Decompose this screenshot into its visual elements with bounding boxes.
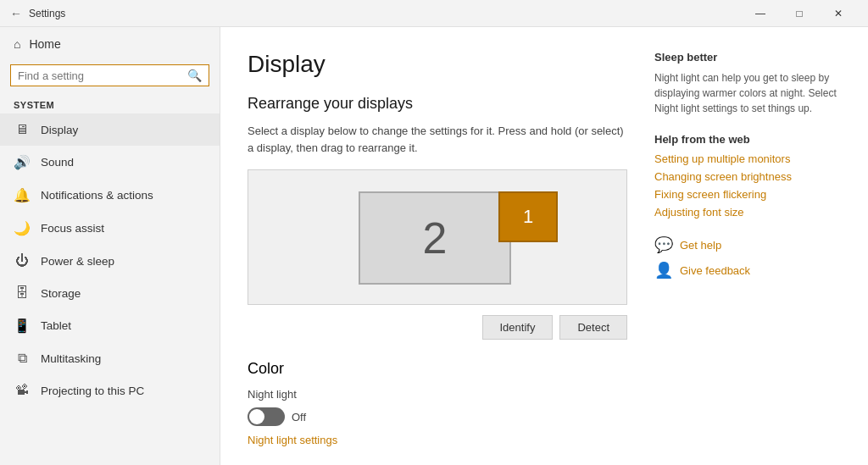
sleep-desc: Night light can help you get to sleep by… bbox=[654, 70, 841, 116]
notifications-icon: 🔔 bbox=[14, 187, 31, 203]
sidebar-item-power[interactable]: ⏻ Power & sleep bbox=[0, 245, 220, 277]
sidebar-item-label: Tablet bbox=[41, 319, 71, 332]
sidebar-item-label: Sound bbox=[41, 156, 74, 169]
sidebar-item-display[interactable]: 🖥 Display bbox=[0, 113, 220, 146]
monitor-2[interactable]: 2 bbox=[359, 191, 511, 285]
minimize-button[interactable]: — bbox=[741, 0, 780, 27]
sidebar-item-label: Notifications & actions bbox=[41, 189, 153, 202]
sidebar-item-focus[interactable]: 🌙 Focus assist bbox=[0, 212, 220, 245]
toggle-state-label: Off bbox=[292, 411, 306, 423]
night-light-toggle[interactable] bbox=[248, 407, 285, 426]
give-feedback-row[interactable]: 👤 Give feedback bbox=[654, 261, 841, 280]
monitor-2-label: 2 bbox=[423, 213, 448, 263]
home-icon: ⌂ bbox=[14, 37, 20, 51]
right-panel: Sleep better Night light can help you ge… bbox=[654, 51, 841, 441]
monitor-1-label: 1 bbox=[523, 206, 533, 228]
sidebar-item-sound[interactable]: 🔊 Sound bbox=[0, 146, 220, 179]
get-help-row[interactable]: 💬 Get help bbox=[654, 235, 841, 254]
link-font-size[interactable]: Adjusting font size bbox=[654, 206, 841, 219]
night-light-label: Night light bbox=[248, 388, 627, 401]
power-icon: ⏻ bbox=[14, 253, 31, 268]
storage-icon: 🗄 bbox=[14, 285, 31, 301]
sidebar-item-label: Projecting to this PC bbox=[41, 385, 144, 397]
toggle-thumb bbox=[249, 409, 264, 424]
search-icon: 🔍 bbox=[187, 69, 202, 82]
back-icon[interactable]: ← bbox=[10, 7, 22, 20]
monitor-1[interactable]: 1 bbox=[498, 191, 558, 242]
sidebar: ⌂ Home 🔍 System 🖥 Display 🔊 Sound 🔔 Noti… bbox=[0, 27, 220, 465]
page-title: Display bbox=[248, 51, 627, 78]
sleep-title: Sleep better bbox=[654, 51, 841, 64]
night-light-settings-link[interactable]: Night light settings bbox=[248, 434, 337, 446]
rearrange-title: Rearrange your displays bbox=[248, 95, 627, 113]
display-arrangement: 2 1 bbox=[248, 169, 627, 305]
night-light-toggle-row: Off bbox=[248, 407, 627, 426]
link-multiple-monitors[interactable]: Setting up multiple monitors bbox=[654, 152, 841, 165]
sidebar-item-label: Display bbox=[41, 124, 78, 136]
sidebar-item-label: Focus assist bbox=[41, 222, 104, 235]
main-content: Display Rearrange your displays Select a… bbox=[248, 51, 627, 441]
give-feedback-icon: 👤 bbox=[654, 261, 673, 280]
maximize-button[interactable]: □ bbox=[780, 0, 819, 27]
multitasking-icon: ⧉ bbox=[14, 351, 31, 366]
sidebar-item-home[interactable]: ⌂ Home bbox=[0, 27, 220, 61]
get-help-icon: 💬 bbox=[654, 235, 673, 254]
web-help-title: Help from the web bbox=[654, 133, 841, 146]
sidebar-item-notifications[interactable]: 🔔 Notifications & actions bbox=[0, 179, 220, 212]
sidebar-item-label: Storage bbox=[41, 287, 81, 300]
content-area: Display Rearrange your displays Select a… bbox=[220, 27, 868, 465]
sound-icon: 🔊 bbox=[14, 154, 31, 170]
link-screen-brightness[interactable]: Changing screen brightness bbox=[654, 170, 841, 183]
search-input[interactable] bbox=[18, 69, 187, 82]
sidebar-item-multitasking[interactable]: ⧉ Multitasking bbox=[0, 342, 220, 374]
titlebar: ← Settings — □ ✕ bbox=[0, 0, 868, 27]
titlebar-title: Settings bbox=[29, 8, 741, 19]
projecting-icon: 📽 bbox=[14, 383, 31, 398]
focus-icon: 🌙 bbox=[14, 220, 31, 236]
sidebar-item-label: Multitasking bbox=[41, 352, 101, 365]
window-controls: — □ ✕ bbox=[741, 0, 858, 27]
sidebar-item-label: Power & sleep bbox=[41, 255, 114, 268]
web-help-links: Setting up multiple monitors Changing sc… bbox=[654, 152, 841, 219]
rearrange-desc: Select a display below to change the set… bbox=[248, 123, 627, 156]
close-button[interactable]: ✕ bbox=[819, 0, 858, 27]
color-section-title: Color bbox=[248, 360, 627, 378]
link-screen-flickering[interactable]: Fixing screen flickering bbox=[654, 188, 841, 201]
sidebar-item-projecting[interactable]: 📽 Projecting to this PC bbox=[0, 374, 220, 407]
app-body: ⌂ Home 🔍 System 🖥 Display 🔊 Sound 🔔 Noti… bbox=[0, 27, 868, 465]
detect-button[interactable]: Detect bbox=[559, 315, 627, 340]
give-feedback-label[interactable]: Give feedback bbox=[680, 264, 750, 277]
home-label: Home bbox=[29, 37, 60, 51]
search-box[interactable]: 🔍 bbox=[10, 64, 209, 86]
tablet-icon: 📱 bbox=[14, 318, 31, 334]
identify-button[interactable]: Identify bbox=[482, 315, 554, 340]
sidebar-section-label: System bbox=[0, 93, 220, 113]
display-buttons: Identify Detect bbox=[248, 315, 627, 340]
sidebar-item-tablet[interactable]: 📱 Tablet bbox=[0, 309, 220, 342]
sidebar-item-storage[interactable]: 🗄 Storage bbox=[0, 277, 220, 309]
display-icon: 🖥 bbox=[14, 122, 31, 137]
get-help-label[interactable]: Get help bbox=[680, 239, 721, 252]
